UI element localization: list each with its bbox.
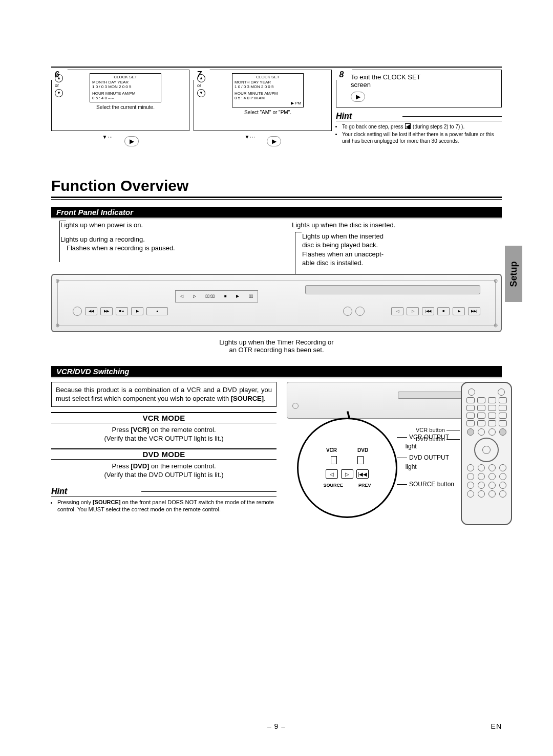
channel-knob-icon[interactable] bbox=[343, 307, 352, 316]
zoom-left-button[interactable]: ◁ bbox=[326, 469, 338, 479]
remote-button[interactable] bbox=[478, 464, 485, 471]
up-arrow-icon[interactable]: ▲ bbox=[55, 74, 63, 82]
page-lang: EN bbox=[491, 722, 502, 730]
remote-button[interactable] bbox=[488, 482, 496, 489]
step-7-caption: Select "AM" or "PM". bbox=[208, 110, 327, 115]
hint-text: To go back one step, press (during steps… bbox=[342, 124, 464, 129]
zoom-source-label: SOURCE bbox=[323, 483, 343, 488]
disc-slot bbox=[305, 285, 480, 294]
switching-heading-label: VCR/DVD Switching bbox=[51, 366, 502, 377]
dvd-output-light-icon bbox=[357, 456, 364, 464]
next-button[interactable]: ▶▶| bbox=[468, 307, 480, 315]
remote-button[interactable] bbox=[488, 413, 496, 419]
step-6-caption: Select the current minute. bbox=[66, 104, 185, 110]
ind-rec1: Lights up during a recording. bbox=[60, 235, 145, 243]
remote-button[interactable] bbox=[499, 405, 507, 411]
indicator-descriptions: Lights up when power is on. Lights up du… bbox=[51, 221, 502, 268]
txt-bold: [VCR] bbox=[131, 426, 149, 434]
txt: Press bbox=[112, 426, 131, 434]
remote-button[interactable] bbox=[499, 473, 506, 480]
source-button[interactable]: ◁ bbox=[391, 307, 403, 315]
remote-button[interactable] bbox=[467, 473, 474, 480]
remote-button[interactable] bbox=[467, 482, 474, 489]
remote-button[interactable] bbox=[468, 388, 475, 396]
front-panel-buttons: ◀◀ ▶▶ ■▲ ▶ ● ◁ ▷ |◀◀ ■ ▶ ▶▶| bbox=[73, 306, 480, 317]
front-panel-illustration: ⊕ ⊕ ⊕ ⊕ ◁▷▯▯:▯▯■▶▯▯ ◀◀ ▶▶ ■▲ ▶ ● ◁ ▷ |◀◀… bbox=[51, 274, 502, 332]
stop-eject-button[interactable]: ■▲ bbox=[116, 307, 128, 315]
remote-button[interactable] bbox=[488, 473, 496, 480]
switching-content: Because this product is a combination of… bbox=[51, 382, 502, 514]
remote-button[interactable] bbox=[477, 397, 485, 403]
remote-button[interactable] bbox=[499, 490, 506, 498]
zoom-prev-button[interactable]: |◀◀ bbox=[356, 469, 369, 479]
play-button[interactable]: ■ bbox=[437, 307, 450, 315]
ffwd-button[interactable]: ▶ bbox=[131, 307, 143, 315]
page-number: – 9 – bbox=[267, 722, 286, 730]
hint-1: Hint To go back one step, press (during … bbox=[336, 112, 502, 144]
remote-button[interactable] bbox=[499, 482, 506, 489]
remote-button[interactable] bbox=[477, 413, 485, 419]
remote-button[interactable] bbox=[466, 397, 475, 403]
record-button[interactable]: ● bbox=[146, 307, 168, 315]
zoom-right-button[interactable]: ▷ bbox=[341, 469, 353, 479]
step-8: 8 To exit the CLOCK SET screen ▶ bbox=[336, 70, 502, 107]
remote-button[interactable] bbox=[466, 420, 475, 426]
remote-button[interactable] bbox=[498, 388, 505, 396]
prev-button[interactable]: ▷ bbox=[407, 307, 419, 315]
indicator-left: Lights up when power is on. Lights up du… bbox=[51, 221, 276, 268]
remote-button[interactable] bbox=[488, 420, 496, 426]
page-title: Function Overview bbox=[51, 177, 502, 195]
power-knob-icon[interactable] bbox=[73, 307, 82, 316]
remote-button[interactable] bbox=[466, 413, 475, 419]
remote-vcr-button[interactable] bbox=[467, 428, 474, 436]
remote-button[interactable] bbox=[488, 490, 496, 498]
dvd-mode-body: Press [DVD] on the remote control. (Veri… bbox=[51, 462, 276, 480]
screen-line: HOUR MINUTE AM/PM bbox=[92, 91, 159, 96]
hint-item: To go back one step, press (during steps… bbox=[342, 123, 502, 130]
remote-button[interactable] bbox=[478, 482, 485, 489]
remote-button[interactable] bbox=[499, 397, 507, 403]
remote-button[interactable] bbox=[478, 473, 485, 480]
stop-button[interactable]: |◀◀ bbox=[422, 307, 434, 315]
txt: (Verify that the VCR OUTPUT light is lit… bbox=[104, 435, 223, 442]
txt: Pressing only bbox=[57, 499, 93, 505]
hint-heading: Hint bbox=[51, 487, 276, 496]
remote-button[interactable] bbox=[499, 420, 507, 426]
remote-dvd-button[interactable] bbox=[499, 428, 506, 436]
screen-title: CLOCK SET bbox=[235, 75, 301, 80]
ind-timer1: Lights up when the Timer Recording or bbox=[219, 338, 333, 346]
indicator-right: Lights up when the disc is inserted. Lig… bbox=[287, 221, 502, 268]
step-6: 6 ▲ or ▼ CLOCK SET MONTH DAY YEAR 1 0 / … bbox=[51, 70, 189, 131]
txt: on the remote control. bbox=[149, 462, 216, 470]
up-arrow-icon[interactable]: ▲ bbox=[197, 74, 205, 82]
remote-button[interactable] bbox=[499, 464, 506, 471]
down-arrow-icon[interactable]: ▼ bbox=[197, 89, 205, 97]
remote-button[interactable] bbox=[467, 490, 474, 498]
remote-button[interactable] bbox=[488, 428, 496, 436]
remote-button[interactable] bbox=[477, 405, 485, 411]
remote-button[interactable] bbox=[488, 405, 496, 411]
play-button[interactable]: ▶▶ bbox=[100, 307, 113, 315]
remote-button[interactable] bbox=[478, 428, 485, 436]
remote-button[interactable] bbox=[477, 420, 485, 426]
down-arrow-icon[interactable]: ▼ bbox=[55, 89, 63, 97]
next-button[interactable]: ▶ bbox=[453, 307, 465, 315]
callout-dvd-button: DVD button bbox=[416, 436, 445, 442]
channel-knob-icon[interactable] bbox=[355, 307, 365, 316]
remote-button[interactable] bbox=[478, 490, 485, 498]
step-8-line: screen bbox=[351, 81, 371, 89]
remote-nav-ring[interactable] bbox=[474, 438, 499, 462]
remote-button[interactable] bbox=[488, 397, 496, 403]
remote-button[interactable] bbox=[466, 405, 475, 411]
or-label: or bbox=[55, 83, 59, 88]
remote-button[interactable] bbox=[499, 413, 507, 419]
screen-title: CLOCK SET bbox=[92, 75, 159, 80]
front-panel-heading: Front Panel Indicator bbox=[51, 207, 502, 218]
hint-1-list: To go back one step, press (during steps… bbox=[336, 123, 502, 144]
step-7-below: ⋮▼ ▶ bbox=[194, 134, 332, 146]
remote-button[interactable] bbox=[467, 464, 474, 471]
step-8-text: To exit the CLOCK SET screen bbox=[351, 73, 497, 89]
remote-button[interactable] bbox=[488, 464, 496, 471]
rew-button[interactable]: ◀◀ bbox=[85, 307, 97, 315]
txt-bold: [DVD] bbox=[131, 462, 149, 470]
